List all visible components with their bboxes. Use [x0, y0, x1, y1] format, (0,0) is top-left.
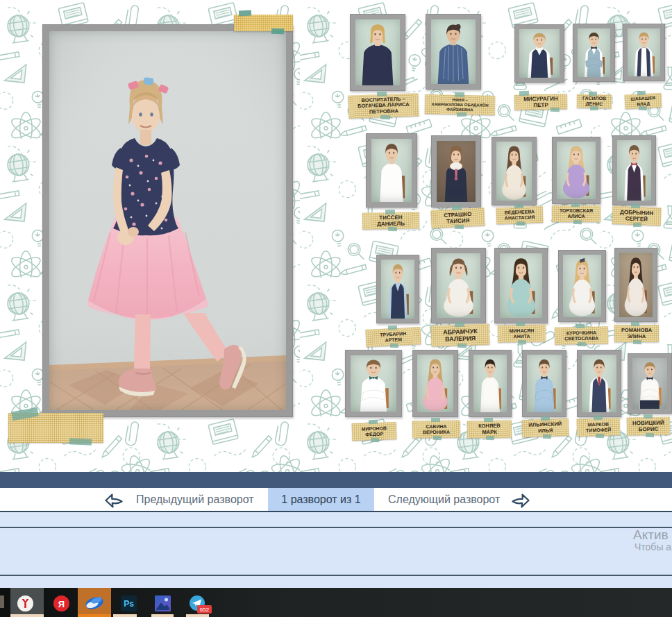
- svg-text:Я: Я: [58, 599, 65, 609]
